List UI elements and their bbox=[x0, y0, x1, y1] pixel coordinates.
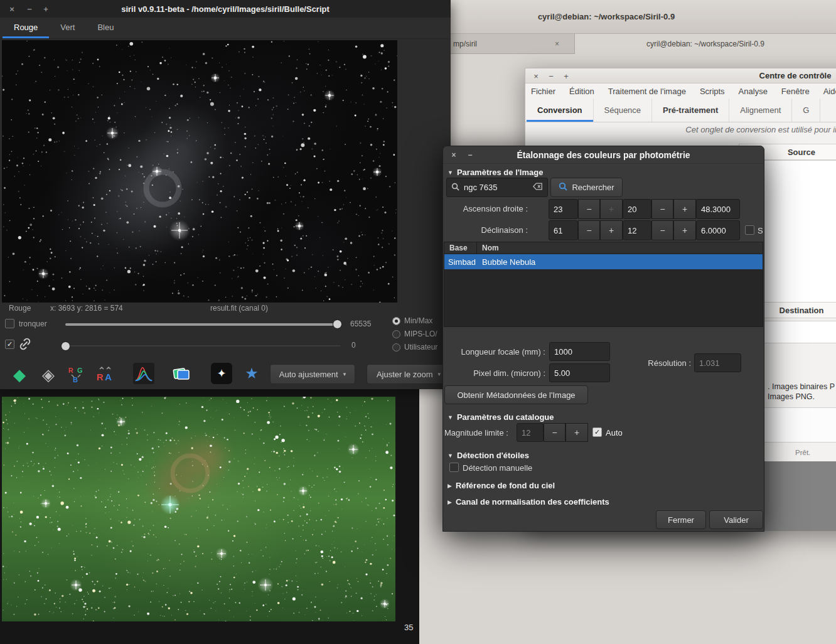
dec-minutes-field[interactable]: 12 bbox=[623, 220, 651, 240]
radio-mips[interactable] bbox=[392, 330, 400, 338]
dec-minutes-plus[interactable]: + bbox=[673, 220, 696, 240]
ra-minutes-field[interactable]: 20 bbox=[623, 199, 651, 219]
section-background-reference[interactable]: ▶ Référence de fond du ciel bbox=[447, 481, 555, 490]
get-metadata-button[interactable]: Obtenir Métadonnées de l'Image bbox=[444, 385, 588, 404]
tab-pretraitement[interactable]: Pré-traitement bbox=[652, 99, 729, 122]
minimize-button[interactable]: − bbox=[24, 3, 35, 14]
close-button[interactable]: × bbox=[6, 3, 18, 14]
dec-degrees-minus[interactable]: − bbox=[578, 220, 600, 240]
control-titlebar[interactable]: × − + Centre de contrôle bbox=[525, 68, 836, 83]
search-button[interactable]: Rechercher bbox=[550, 178, 623, 197]
gray-image-view[interactable] bbox=[2, 40, 397, 303]
close-button[interactable]: × bbox=[448, 149, 459, 161]
terminal-tab-1-label: mp/siril bbox=[453, 40, 477, 48]
chain-link-icon bbox=[18, 336, 33, 354]
svg-text:R: R bbox=[68, 367, 73, 374]
search-results-table[interactable]: Base Nom Simbad Bubble Nebula bbox=[444, 242, 763, 327]
tab-close-icon[interactable]: × bbox=[555, 40, 559, 48]
photometry-star-icon[interactable]: ★ bbox=[241, 363, 262, 384]
background-extraction-icon[interactable]: ◈ bbox=[38, 364, 59, 385]
menu-traitement[interactable]: Traitement de l'image bbox=[608, 87, 686, 96]
terminal-title: cyril@debian: ~/workspace/Siril-0.9 bbox=[538, 12, 675, 21]
menu-edition[interactable]: Édition bbox=[569, 87, 594, 96]
ra-label: Ascension droite : bbox=[443, 204, 528, 213]
color-calibration-icon[interactable]: ◆ bbox=[9, 364, 30, 385]
terminal-tab-2[interactable]: cyril@debian: ~/workspace/Siril-0.9 bbox=[574, 34, 836, 54]
hi-slider[interactable] bbox=[65, 323, 341, 326]
apply-button[interactable]: Valider bbox=[709, 510, 763, 529]
section-image-params[interactable]: ▼ Paramètres de l'Image bbox=[447, 168, 543, 177]
clear-input-icon[interactable] bbox=[533, 183, 543, 192]
rgb-image-window: 35 bbox=[0, 388, 419, 644]
rgb-image-view[interactable] bbox=[2, 397, 395, 621]
dec-seconds-field[interactable]: 6.0000 bbox=[696, 220, 740, 240]
zoom-dropdown[interactable]: Ajuster le zoom ▾ bbox=[367, 364, 451, 384]
dec-degrees-plus[interactable]: + bbox=[600, 220, 623, 240]
rgb-split-icon[interactable]: R G B bbox=[65, 364, 87, 385]
ra-hours-field[interactable]: 23 bbox=[549, 199, 578, 219]
magnitude-minus[interactable]: − bbox=[544, 423, 565, 442]
tab-rouge[interactable]: Rouge bbox=[3, 18, 49, 38]
tab-alignement[interactable]: Alignement bbox=[729, 99, 792, 122]
pixel-size-field[interactable]: 5.00 bbox=[549, 363, 610, 382]
dec-degrees-field[interactable]: 61 bbox=[549, 220, 578, 240]
tab-bleu[interactable]: Bleu bbox=[86, 18, 125, 38]
focal-length-field[interactable]: 1000 bbox=[549, 342, 610, 361]
lo-slider[interactable] bbox=[60, 345, 341, 347]
chevron-down-icon: ▾ bbox=[343, 371, 346, 377]
menu-analyse[interactable]: Analyse bbox=[739, 87, 768, 96]
lo-value: 0 bbox=[351, 341, 356, 350]
object-search-input[interactable]: ngc 7635 bbox=[446, 178, 548, 197]
magnitude-plus[interactable]: + bbox=[565, 423, 588, 442]
manual-detection-label: Détection manuelle bbox=[463, 463, 532, 473]
ra-seconds-field[interactable]: 48.3000 bbox=[696, 199, 740, 219]
result-row-selected[interactable]: Simbad Bubble Nebula bbox=[444, 254, 763, 269]
siril-image-window: × − + siril v0.9.11-beta - /home/cyril/I… bbox=[0, 0, 451, 389]
column-base[interactable]: Base bbox=[444, 242, 477, 254]
image-list-icon[interactable] bbox=[171, 363, 192, 384]
channel-align-icon[interactable]: R A bbox=[94, 364, 115, 385]
section-normalization[interactable]: ▶ Canal de normalisation des coefficient… bbox=[447, 497, 609, 507]
svg-text:A: A bbox=[105, 372, 112, 382]
hi-slider-knob[interactable] bbox=[333, 319, 342, 329]
menu-fenetre[interactable]: Fenêtre bbox=[781, 87, 810, 96]
siril-titlebar[interactable]: × − + siril v0.9.11-beta - /home/cyril/I… bbox=[0, 0, 451, 18]
lo-slider-knob[interactable] bbox=[61, 341, 70, 351]
radio-user[interactable] bbox=[392, 343, 400, 352]
close-dialog-button[interactable]: Fermer bbox=[656, 510, 706, 529]
menu-scripts[interactable]: Scripts bbox=[700, 87, 725, 96]
menu-fichier[interactable]: Fichier bbox=[531, 87, 555, 96]
radio-minmax[interactable] bbox=[392, 317, 400, 325]
svg-text:G: G bbox=[77, 367, 83, 374]
menu-aide[interactable]: Aide bbox=[823, 87, 836, 96]
minimize-button[interactable]: − bbox=[545, 70, 557, 82]
ra-hours-minus[interactable]: − bbox=[578, 199, 600, 219]
column-name[interactable]: Nom bbox=[477, 244, 499, 252]
siril-app-icon[interactable]: ✦ bbox=[211, 363, 232, 384]
auto-magnitude-checkbox[interactable]: ✓ bbox=[592, 427, 602, 437]
ra-hours-plus[interactable]: + bbox=[600, 199, 623, 219]
maximize-button[interactable]: + bbox=[40, 3, 51, 14]
ra-minutes-minus[interactable]: − bbox=[651, 199, 673, 219]
section-star-detection[interactable]: ▼ Détection d'étoiles bbox=[447, 451, 529, 460]
maximize-button[interactable]: + bbox=[560, 70, 572, 82]
conversion-description: Cet onglet de conversion est utilisé pou… bbox=[525, 125, 836, 134]
tab-conversion[interactable]: Conversion bbox=[527, 99, 594, 122]
south-checkbox[interactable] bbox=[745, 225, 754, 235]
manual-detection-checkbox[interactable] bbox=[449, 463, 459, 472]
tab-vert[interactable]: Vert bbox=[49, 18, 86, 38]
ra-minutes-plus[interactable]: + bbox=[673, 199, 696, 219]
terminal-titlebar[interactable]: cyril@debian: ~/workspace/Siril-0.9 bbox=[414, 0, 836, 34]
dialog-titlebar[interactable]: × − Étalonnage des couleurs par photomét… bbox=[443, 146, 764, 164]
dec-minutes-minus[interactable]: − bbox=[651, 220, 673, 240]
section-catalogue-params[interactable]: ▼ Paramètres du catalogue bbox=[447, 412, 554, 422]
auto-adjust-dropdown[interactable]: Auto ajustement ▾ bbox=[270, 364, 355, 384]
minimize-button[interactable]: − bbox=[464, 149, 476, 161]
chevron-down-icon: ▾ bbox=[438, 371, 441, 377]
tab-next-partial[interactable]: G bbox=[792, 99, 820, 122]
truncate-checkbox[interactable] bbox=[5, 319, 14, 328]
histogram-icon[interactable] bbox=[133, 363, 154, 384]
link-channels-checkbox[interactable]: ✓ bbox=[5, 340, 14, 349]
tab-sequence[interactable]: Séquence bbox=[594, 99, 653, 122]
close-button[interactable]: × bbox=[530, 70, 542, 82]
